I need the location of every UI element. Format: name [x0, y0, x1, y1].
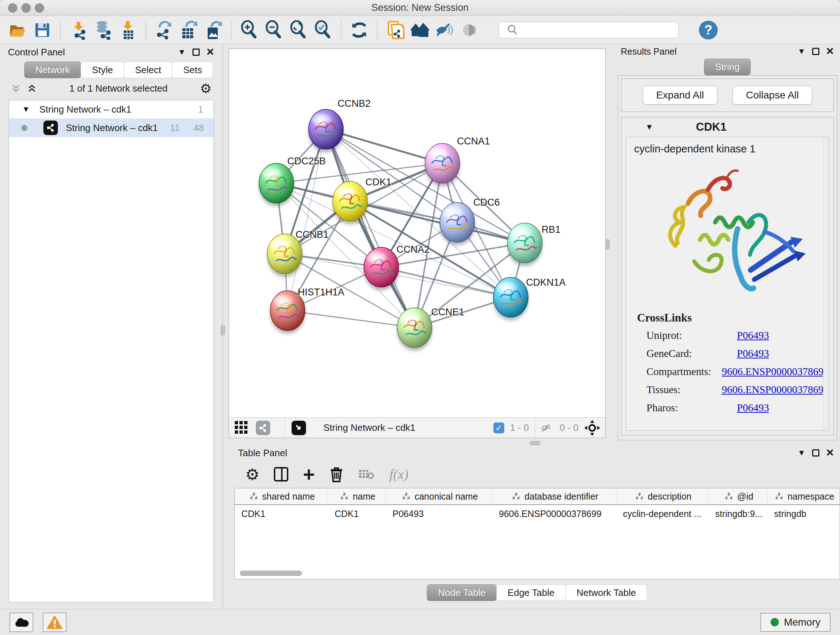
horizontal-scrollbar-thumb[interactable]	[240, 570, 302, 576]
close-panel-icon[interactable]: ✕	[206, 47, 215, 57]
collapse-all-button[interactable]: Collapse All	[733, 86, 812, 105]
export-network-icon[interactable]	[153, 19, 174, 41]
cell--id[interactable]: stringdb:9...	[709, 509, 767, 519]
expand-all-networks-icon[interactable]	[11, 83, 21, 93]
column-header-shared-name[interactable]: shared name	[235, 488, 328, 504]
help-button[interactable]: ?	[699, 21, 718, 40]
export-image-icon[interactable]	[202, 19, 224, 41]
node-CCNB2[interactable]: CCNB2	[309, 98, 371, 152]
tab-string[interactable]: String	[704, 59, 751, 75]
expand-all-button[interactable]: Expand All	[643, 86, 717, 105]
crosslink-link[interactable]: P06493	[737, 348, 769, 359]
add-column-icon[interactable]: +	[303, 466, 315, 483]
table-settings-gear-icon[interactable]: ⚙	[245, 465, 259, 484]
gene-expand-icon[interactable]: ▼	[645, 122, 653, 132]
crosslink-link[interactable]: P06493	[737, 402, 769, 414]
collapse-panel-icon[interactable]: ▼	[798, 448, 806, 458]
show-hidden-icon[interactable]	[459, 19, 480, 41]
node-table[interactable]: shared namenamecanonical namedatabase id…	[234, 488, 840, 579]
delete-column-trash-icon[interactable]	[329, 466, 344, 482]
tab-network[interactable]: Network	[24, 62, 81, 78]
edge-CCNB2-CCNE1[interactable]	[326, 129, 415, 328]
float-panel-icon[interactable]	[193, 49, 200, 56]
network-canvas[interactable]: CCNB2CCNA1CDC25BCDK1CDC6RB1CCNB1CCNA2CDK…	[229, 49, 605, 417]
network-collection-row[interactable]: ▼ String Network – cdk1 1	[9, 100, 213, 119]
column-header-description[interactable]: description	[616, 488, 709, 504]
cell-database-identifier[interactable]: 9606.ENSP00000378699	[493, 509, 616, 519]
window-close-button[interactable]	[8, 3, 17, 13]
zoom-fit-icon[interactable]	[288, 19, 309, 41]
column-header-name[interactable]: name	[328, 488, 386, 504]
zoom-selected-icon[interactable]	[313, 19, 333, 41]
edge-HIST1H1A-CCNE1[interactable]	[287, 310, 415, 328]
float-panel-icon[interactable]	[812, 48, 819, 55]
import-table-icon[interactable]	[117, 19, 138, 41]
node-CDKN1A[interactable]: CDKN1A	[493, 277, 566, 320]
float-panel-icon[interactable]	[812, 449, 819, 456]
cell-shared-name[interactable]: CDK1	[235, 509, 328, 519]
tab-node-table[interactable]: Node Table	[427, 584, 497, 601]
tab-select[interactable]: Select	[124, 62, 172, 78]
memory-button[interactable]: Memory	[760, 613, 831, 632]
birds-eye-view-icon[interactable]	[234, 420, 249, 435]
node-HIST1H1A[interactable]: HIST1H1A	[270, 287, 344, 334]
toggle-columns-icon[interactable]	[274, 467, 288, 481]
cell-namespace[interactable]: stringdb	[767, 509, 840, 519]
column-header--id[interactable]: @id	[709, 488, 767, 504]
delete-table-icon[interactable]	[358, 468, 375, 481]
node-CCNA2[interactable]: CCNA2	[364, 244, 430, 290]
column-header-canonical-name[interactable]: canonical name	[386, 488, 493, 504]
network-share-icon[interactable]	[256, 421, 270, 435]
tab-sets[interactable]: Sets	[172, 62, 213, 78]
collapse-all-networks-icon[interactable]	[27, 83, 37, 93]
tab-network-table[interactable]: Network Table	[565, 584, 647, 601]
node-CDC25B[interactable]: CDC25B	[259, 156, 326, 206]
node-CDC6[interactable]: CDC6	[440, 197, 500, 245]
window-minimize-button[interactable]	[21, 3, 31, 13]
scrollbar-track[interactable]	[823, 137, 829, 431]
collapse-panel-icon[interactable]: ▼	[798, 47, 806, 56]
edge-CCNA2-CDKN1A[interactable]	[381, 267, 511, 297]
import-network-file-icon[interactable]	[68, 19, 89, 41]
duplicate-network-icon[interactable]	[385, 19, 406, 41]
warnings-button[interactable]	[43, 613, 66, 632]
edge-CCNB2-CCNA1[interactable]	[326, 129, 442, 163]
cell-name[interactable]: CDK1	[328, 509, 386, 519]
close-panel-icon[interactable]: ✕	[826, 448, 834, 458]
cloud-button[interactable]	[9, 613, 33, 632]
collection-expand-icon[interactable]: ▼	[22, 105, 30, 114]
selected-checkbox-icon[interactable]: ✓	[493, 423, 504, 433]
refresh-icon[interactable]	[349, 19, 370, 41]
crosslink-link[interactable]: 9606.ENSP00000378699	[722, 384, 829, 396]
network-row-selected[interactable]: String Network – cdk1 11 48	[9, 119, 213, 137]
cell-description[interactable]: cyclin-dependent ...	[616, 509, 709, 519]
tab-style[interactable]: Style	[81, 62, 124, 78]
column-header-namespace[interactable]: namespace	[767, 488, 840, 504]
column-header-database-identifier[interactable]: database identifier	[493, 488, 616, 504]
save-session-icon[interactable]	[32, 19, 53, 41]
import-network-database-icon[interactable]	[93, 19, 114, 41]
open-in-new-window-icon[interactable]	[292, 421, 306, 435]
function-builder-icon[interactable]: f(x)	[389, 466, 409, 482]
close-panel-icon[interactable]: ✕	[826, 46, 834, 57]
pan-crosshair-icon[interactable]	[584, 420, 600, 436]
hide-selected-icon[interactable]	[434, 19, 455, 41]
node-RB1[interactable]: RB1	[508, 223, 561, 266]
window-zoom-button[interactable]	[35, 3, 44, 13]
splitter-handle[interactable]	[530, 441, 540, 445]
open-session-icon[interactable]	[7, 19, 28, 41]
collapse-panel-icon[interactable]: ▼	[178, 48, 186, 57]
node-CDK1[interactable]: CDK1	[333, 177, 392, 225]
tab-edge-table[interactable]: Edge Table	[496, 584, 566, 601]
node-CCNB1[interactable]: CCNB1	[267, 229, 329, 277]
export-table-icon[interactable]	[178, 19, 199, 41]
crosslink-link[interactable]: P06493	[737, 329, 769, 341]
zoom-out-icon[interactable]	[264, 19, 284, 41]
table-row[interactable]: CDK1CDK1P064939606.ENSP00000378699cyclin…	[235, 505, 840, 523]
cell-canonical-name[interactable]: P06493	[386, 509, 493, 519]
search-input[interactable]	[499, 22, 679, 38]
zoom-in-icon[interactable]	[239, 19, 260, 41]
node-CCNE1[interactable]: CCNE1	[397, 307, 464, 351]
first-neighbors-icon[interactable]	[409, 19, 431, 41]
crosslink-link[interactable]: 9606.ENSP00000378699	[722, 366, 829, 378]
